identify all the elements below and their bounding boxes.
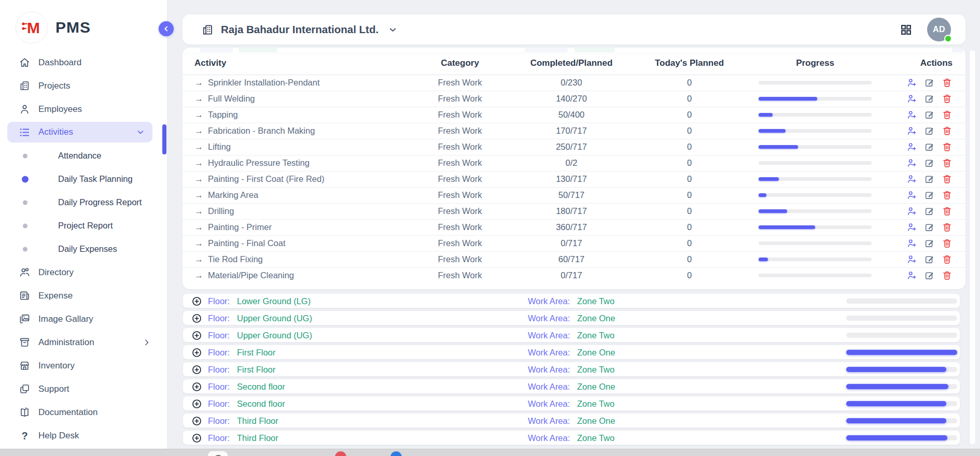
edit-button[interactable]	[924, 238, 935, 249]
delete-button[interactable]	[942, 77, 953, 88]
activity-name[interactable]: →Tie Rod Fixing	[183, 251, 400, 267]
activity-name[interactable]: →Painting - First Coat (Fire Red)	[183, 171, 400, 187]
activity-name[interactable]: →Drilling	[183, 203, 400, 219]
activity-name[interactable]: →Painting - Final Coat	[183, 235, 400, 251]
activity-name[interactable]: →Marking Area	[183, 187, 400, 203]
sidebar-scroll-indicator[interactable]	[162, 124, 166, 154]
company-selector[interactable]: Raja Bahadur International Ltd.	[201, 23, 398, 36]
sidebar-item-dashboard[interactable]: Dashboard	[0, 51, 167, 74]
delete-button[interactable]	[942, 109, 953, 120]
assign-user-button[interactable]	[906, 174, 917, 184]
assign-user-button[interactable]	[906, 141, 917, 152]
delete-button[interactable]	[942, 158, 953, 168]
activity-name[interactable]: →Hydraulic Pressure Testing	[183, 155, 400, 171]
delete-button[interactable]	[942, 206, 953, 217]
sidebar-subitem-attendance[interactable]: Attendance	[0, 144, 167, 167]
expand-plus-icon[interactable]	[191, 364, 202, 375]
assign-user-button[interactable]	[906, 270, 917, 281]
activity-name[interactable]: →Lifting	[183, 139, 400, 155]
activity-row[interactable]: →Painting - Final CoatFresh Work0/7170	[183, 235, 965, 251]
taskbar-blue-app-icon[interactable]	[390, 451, 402, 456]
floor-row[interactable]: Floor:Second floorWork Area:Zone One	[183, 379, 960, 394]
edit-button[interactable]	[924, 174, 935, 184]
activity-row[interactable]: →Painting - First Coat (Fire Red)Fresh W…	[183, 171, 965, 187]
sidebar-subitem-daily-task-planning[interactable]: Daily Task Planning	[0, 167, 167, 191]
activity-name[interactable]: →Tapping	[183, 107, 400, 123]
activity-row[interactable]: →Painting - PrimerFresh Work360/7170	[183, 219, 965, 235]
activity-row[interactable]: →Material/Pipe CleaningFresh Work0/7170	[183, 267, 965, 283]
sidebar-item-activities[interactable]: Activities	[7, 122, 152, 142]
activity-row[interactable]: →Sprinkler Installation-PendantFresh Wor…	[183, 75, 965, 91]
edit-button[interactable]	[924, 125, 935, 136]
expand-plus-icon[interactable]	[191, 381, 202, 392]
floor-row[interactable]: Floor:Second floorWork Area:Zone Two	[183, 396, 960, 411]
assign-user-button[interactable]	[906, 254, 917, 265]
activity-name[interactable]: →Painting - Primer	[183, 219, 400, 235]
assign-user-button[interactable]	[906, 109, 917, 120]
floor-row[interactable]: Floor:First FloorWork Area:Zone Two	[183, 362, 960, 377]
sidebar-item-employees[interactable]: Employees	[0, 97, 167, 121]
activity-name[interactable]: →Sprinkler Installation-Pendant	[183, 75, 400, 91]
activity-row[interactable]: →Fabrication - Branch MakingFresh Work17…	[183, 123, 965, 139]
assign-user-button[interactable]	[906, 222, 917, 233]
edit-button[interactable]	[924, 109, 935, 120]
edit-button[interactable]	[924, 158, 935, 168]
sidebar-collapse-button[interactable]	[159, 21, 174, 36]
edit-button[interactable]	[924, 254, 935, 265]
taskbar-app-icon[interactable]	[207, 451, 228, 456]
expand-plus-icon[interactable]	[191, 433, 202, 444]
activity-row[interactable]: →Tie Rod FixingFresh Work60/7170	[183, 251, 965, 267]
floor-row[interactable]: Floor:Third FloorWork Area:Zone Two	[183, 430, 960, 445]
assign-user-button[interactable]	[906, 206, 917, 217]
expand-plus-icon[interactable]	[191, 416, 202, 426]
floor-row[interactable]: Floor:Lower Ground (LG)Work Area:Zone Tw…	[183, 293, 960, 308]
sidebar-subitem-project-report[interactable]: Project Report	[0, 214, 167, 237]
page-scrollbar[interactable]	[969, 50, 976, 445]
edit-button[interactable]	[924, 77, 935, 88]
delete-button[interactable]	[942, 125, 953, 136]
edit-button[interactable]	[924, 222, 935, 233]
edit-button[interactable]	[924, 270, 935, 281]
sidebar-item-expense[interactable]: Expense	[0, 284, 167, 307]
delete-button[interactable]	[942, 190, 953, 201]
taskbar-red-app-icon[interactable]	[335, 451, 346, 456]
sidebar-subitem-daily-progress-report[interactable]: Daily Progress Report	[0, 191, 167, 214]
sidebar-item-help-desk[interactable]: ?Help Desk	[0, 424, 167, 447]
sidebar-item-support[interactable]: Support	[0, 377, 167, 401]
assign-user-button[interactable]	[906, 93, 917, 104]
delete-button[interactable]	[942, 93, 953, 104]
activity-row[interactable]: →LiftingFresh Work250/7170	[183, 139, 965, 155]
sidebar-item-administration[interactable]: Administration	[0, 331, 167, 354]
expand-plus-icon[interactable]	[191, 398, 202, 409]
activity-row[interactable]: →DrillingFresh Work180/7170	[183, 203, 965, 219]
assign-user-button[interactable]	[906, 238, 917, 249]
apps-grid-icon[interactable]	[900, 23, 913, 36]
floor-row[interactable]: Floor:Third FloorWork Area:Zone One	[183, 413, 960, 428]
floor-row[interactable]: Floor:Upper Ground (UG)Work Area:Zone Tw…	[183, 327, 960, 343]
edit-button[interactable]	[924, 206, 935, 217]
delete-button[interactable]	[942, 141, 953, 152]
sidebar-item-inventory[interactable]: Inventory	[0, 354, 167, 377]
sidebar-item-image-gallary[interactable]: Image Gallary	[0, 307, 167, 331]
assign-user-button[interactable]	[906, 125, 917, 136]
sidebar-item-documentation[interactable]: Documentation	[0, 401, 167, 424]
floor-row[interactable]: Floor:Upper Ground (UG)Work Area:Zone On…	[183, 310, 960, 325]
sidebar-subitem-daily-expenses[interactable]: Daily Expenses	[0, 237, 167, 261]
activity-row[interactable]: →Full WeldingFresh Work140/2700	[183, 91, 965, 107]
delete-button[interactable]	[942, 222, 953, 233]
activity-name[interactable]: →Full Welding	[183, 91, 400, 107]
delete-button[interactable]	[942, 238, 953, 249]
activity-row[interactable]: →Marking AreaFresh Work50/7170	[183, 187, 965, 203]
edit-button[interactable]	[924, 93, 935, 104]
expand-plus-icon[interactable]	[191, 313, 202, 324]
sidebar-item-projects[interactable]: Projects	[0, 74, 167, 97]
user-avatar[interactable]: AD	[927, 18, 951, 41]
activity-row[interactable]: →TappingFresh Work50/4000	[183, 107, 965, 123]
floor-row[interactable]: Floor:First FloorWork Area:Zone One	[183, 345, 960, 360]
assign-user-button[interactable]	[906, 77, 917, 88]
delete-button[interactable]	[942, 254, 953, 265]
edit-button[interactable]	[924, 141, 935, 152]
sidebar-item-directory[interactable]: Directory	[0, 261, 167, 284]
delete-button[interactable]	[942, 270, 953, 281]
expand-plus-icon[interactable]	[191, 330, 202, 341]
